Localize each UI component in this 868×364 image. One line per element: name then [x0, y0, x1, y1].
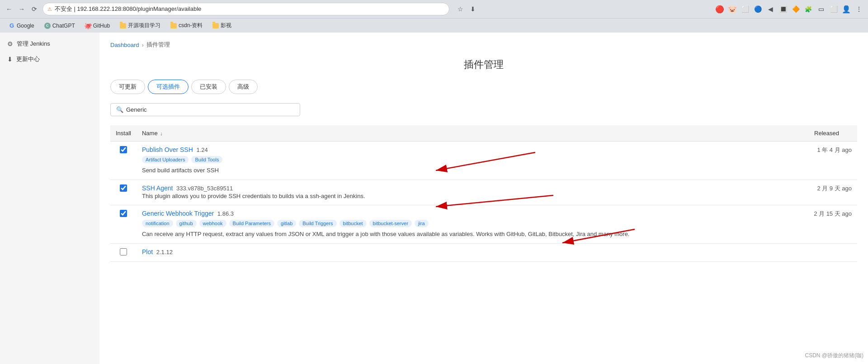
tab-updates[interactable]: 可更新 [110, 80, 145, 94]
col-install: Install [110, 125, 137, 142]
forward-button[interactable]: → [16, 4, 27, 14]
tag-jira[interactable]: jira [415, 220, 429, 227]
tab-available[interactable]: 可选插件 [148, 80, 189, 94]
plugin-name-line-1: Publish Over SSH 1.24 [142, 146, 788, 153]
chatgpt-favicon: C [44, 23, 51, 29]
bookmarks-bar: G Google C ChatGPT 🐙 GitHub 开源项目学习 csdn-… [0, 18, 868, 33]
plugin-name-generic-webhook[interactable]: Generic Webhook Trigger [142, 210, 214, 217]
plugin-name-publish-over-ssh[interactable]: Publish Over SSH [142, 146, 193, 153]
tag-bitbucket[interactable]: bitbucket [340, 220, 367, 227]
tag-build-tools[interactable]: Build Tools [191, 156, 222, 163]
plugin-version-ssh-agent: 333.v878b_53c89511 [176, 185, 233, 192]
bookmark-github-label: GitHub [93, 23, 110, 29]
breadcrumb-dashboard[interactable]: Dashboard [110, 42, 139, 48]
tag-gitlab[interactable]: gitlab [277, 220, 296, 227]
install-cell-plot [110, 243, 137, 261]
bookmark-google[interactable]: G Google [5, 21, 38, 30]
bookmark-github[interactable]: 🐙 GitHub [82, 21, 113, 30]
sidebar-toggle-button[interactable]: ▭ [816, 4, 826, 14]
search-icon: 🔍 [116, 106, 123, 113]
tag-build-triggers[interactable]: Build Triggers [299, 220, 336, 227]
search-input[interactable] [126, 106, 294, 113]
extension-icon-2[interactable]: 🐷 [727, 4, 738, 14]
name-cell-ssh-agent: SSH Agent 333.v878b_53c89511 This plugin… [137, 180, 793, 205]
install-cell-generic-webhook [110, 205, 137, 244]
sort-icon: ↓ [160, 131, 163, 136]
plugin-name-line-2: SSH Agent 333.v878b_53c89511 [142, 184, 788, 192]
bookmark-folder-opensource-label: 开源项目学习 [128, 22, 160, 29]
address-bar[interactable]: ⚠ 不安全 | 192.168.222.128:8080/pluginManag… [42, 3, 449, 15]
tag-artifact-uploaders[interactable]: Artifact Uploaders [142, 156, 189, 163]
puzzle-icon[interactable]: 🧩 [803, 4, 814, 14]
url-text: 不安全 | 192.168.222.128:8080/pluginManager… [55, 5, 444, 13]
name-cell-plot: Plot 2.1.12 [137, 243, 793, 261]
extension-icon-4[interactable]: 🔵 [752, 4, 763, 14]
checkbox-generic-webhook[interactable] [120, 210, 127, 217]
folder-opensource-icon [120, 23, 126, 28]
col-name: Name ↓ [137, 125, 793, 142]
plugin-version-plot: 2.1.12 [156, 249, 173, 255]
plugin-desc-generic-webhook: Can receive any HTTP request, extract an… [142, 230, 788, 239]
sidebar-item-update-center-label: 更新中心 [16, 55, 40, 63]
extension-icon-3[interactable]: ⬜ [740, 4, 750, 14]
plugin-name-ssh-agent[interactable]: SSH Agent [142, 184, 173, 192]
bookmark-chatgpt-label: ChatGPT [52, 23, 75, 29]
extension-icon-5[interactable]: ◀ [765, 4, 776, 14]
name-cell-generic-webhook: Generic Webhook Trigger 1.86.3 notificat… [137, 205, 793, 244]
tag-webhook[interactable]: webhook [199, 220, 226, 227]
save-page-button[interactable]: ⬇ [467, 4, 478, 14]
sidebar-item-manage-jenkins-label: 管理 Jenkins [17, 40, 50, 48]
extension-icon-6[interactable]: 🔳 [778, 4, 788, 14]
breadcrumb-separator: › [142, 42, 144, 48]
profile-icon[interactable]: 👤 [841, 4, 852, 14]
security-icon: ⚠ [47, 6, 52, 12]
bookmark-chatgpt[interactable]: C ChatGPT [41, 21, 78, 30]
checkbox-plot[interactable] [120, 248, 127, 255]
tab-advanced[interactable]: 高级 [229, 80, 258, 94]
released-cell-ssh-agent: 2 月 9 天 ago [793, 180, 857, 205]
browser-nav-buttons: ← → ⟳ [4, 4, 40, 14]
main-content: Dashboard › 插件管理 插件管理 可更新 可选插件 已安装 高级 🔍 [99, 33, 868, 364]
maximize-button[interactable]: ⬜ [828, 4, 839, 14]
browser-action-buttons: ☆ ⬇ [455, 4, 478, 14]
plugin-version-generic-webhook: 1.86.3 [217, 210, 234, 217]
browser-chrome: ← → ⟳ ⚠ 不安全 | 192.168.222.128:8080/plugi… [0, 0, 868, 18]
extension-icon-7[interactable]: 🔶 [790, 4, 801, 14]
released-cell-publish-over-ssh: 1 年 4 月 ago [793, 142, 857, 180]
tag-build-parameters[interactable]: Build Parameters [229, 220, 274, 227]
sidebar: ⚙ 管理 Jenkins ⬇ 更新中心 [0, 33, 99, 364]
github-favicon: 🐙 [85, 23, 91, 29]
checkbox-ssh-agent[interactable] [120, 184, 127, 192]
plugin-table: Install Name ↓ Released [110, 125, 857, 262]
tag-github[interactable]: github [176, 220, 197, 227]
released-cell-generic-webhook: 2 月 15 天 ago [793, 205, 857, 244]
download-icon: ⬇ [7, 56, 13, 63]
google-favicon: G [9, 23, 15, 29]
csdn-watermark: CSDN @骄傲的猪猪(咖) [805, 352, 863, 359]
plugin-name-plot[interactable]: Plot [142, 248, 153, 255]
plugin-desc-ssh-agent: This plugin allows you to provide SSH cr… [142, 192, 788, 201]
name-cell-publish-over-ssh: Publish Over SSH 1.24 Artifact Uploaders… [137, 142, 793, 180]
bookmark-folder-opensource[interactable]: 开源项目学习 [117, 20, 164, 31]
page-wrapper: ⚙ 管理 Jenkins ⬇ 更新中心 Dashboard › 插件管理 插件管… [0, 33, 868, 364]
col-released: Released [793, 125, 857, 142]
browser-right-icons: 🔴 🐷 ⬜ 🔵 ◀ 🔳 🔶 🧩 ▭ ⬜ 👤 ⋮ [714, 4, 864, 14]
bookmark-folder-csdn[interactable]: csdn-资料 [167, 20, 206, 31]
table-row: SSH Agent 333.v878b_53c89511 This plugin… [110, 180, 857, 205]
bookmark-star-button[interactable]: ☆ [455, 4, 466, 14]
extension-icon-1[interactable]: 🔴 [714, 4, 725, 14]
tag-notification[interactable]: notification [142, 220, 173, 227]
folder-video-icon [212, 23, 219, 28]
tag-bitbucket-server[interactable]: bitbucket-server [369, 220, 412, 227]
back-button[interactable]: ← [4, 4, 14, 14]
refresh-button[interactable]: ⟳ [29, 4, 40, 14]
tab-installed[interactable]: 已安装 [191, 80, 226, 94]
sidebar-item-update-center[interactable]: ⬇ 更新中心 [0, 52, 99, 67]
bookmark-folder-video[interactable]: 影视 [209, 20, 235, 31]
sidebar-item-manage-jenkins[interactable]: ⚙ 管理 Jenkins [0, 36, 99, 52]
checkbox-publish-over-ssh[interactable] [120, 146, 127, 153]
plugin-name-line-3: Generic Webhook Trigger 1.86.3 [142, 210, 788, 217]
page-heading: 插件管理 [110, 58, 857, 71]
table-row: Plot 2.1.12 [110, 243, 857, 261]
menu-button[interactable]: ⋮ [854, 4, 864, 14]
